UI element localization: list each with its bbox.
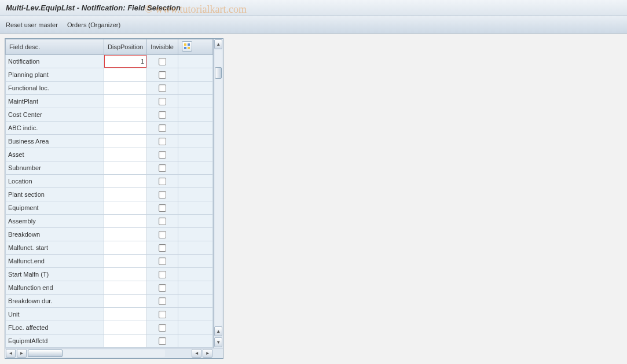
field-desc-cell[interactable]: Breakdown dur. (6, 295, 104, 308)
disp-position-cell[interactable] (104, 175, 147, 188)
disp-position-input[interactable] (104, 108, 146, 121)
invisible-checkbox[interactable] (159, 324, 166, 332)
invisible-cell[interactable] (147, 82, 178, 95)
invisible-checkbox[interactable] (159, 231, 166, 238)
invisible-cell[interactable] (147, 308, 178, 321)
invisible-cell[interactable] (147, 122, 178, 135)
column-header-disp-position[interactable]: DispPosition (104, 39, 147, 55)
horizontal-scrollbar[interactable]: ◄ ► ◄ ► (5, 348, 223, 358)
disp-position-input[interactable] (104, 82, 146, 94)
invisible-cell[interactable] (147, 55, 178, 68)
field-desc-cell[interactable]: Unit (6, 308, 104, 321)
field-desc-cell[interactable]: Subnumber (6, 161, 104, 175)
disp-position-cell[interactable] (104, 148, 147, 161)
disp-position-cell[interactable] (104, 55, 147, 68)
column-header-invisible[interactable]: Invisible (147, 39, 178, 55)
invisible-cell[interactable] (147, 215, 178, 228)
invisible-checkbox[interactable] (159, 151, 166, 159)
invisible-checkbox[interactable] (159, 191, 166, 198)
invisible-checkbox[interactable] (159, 124, 166, 132)
invisible-checkbox[interactable] (159, 311, 166, 318)
disp-position-cell[interactable] (104, 188, 147, 201)
disp-position-cell[interactable] (104, 228, 147, 241)
invisible-checkbox[interactable] (159, 244, 166, 252)
disp-position-input[interactable] (104, 228, 146, 241)
invisible-cell[interactable] (147, 241, 178, 255)
disp-position-cell[interactable] (104, 334, 147, 348)
disp-position-cell[interactable] (104, 308, 147, 321)
field-desc-cell[interactable]: Cost Center (6, 108, 104, 122)
scroll-left-end-icon[interactable]: ◄ (192, 349, 201, 358)
disp-position-cell[interactable] (104, 295, 147, 308)
scroll-down-icon[interactable]: ▼ (214, 337, 222, 347)
invisible-cell[interactable] (147, 188, 178, 201)
disp-position-input[interactable] (104, 295, 146, 307)
invisible-checkbox[interactable] (159, 178, 166, 185)
disp-position-cell[interactable] (104, 281, 147, 295)
disp-position-input[interactable] (104, 201, 146, 214)
horizontal-scroll-thumb[interactable] (28, 350, 63, 357)
disp-position-input[interactable] (104, 148, 146, 161)
invisible-cell[interactable] (147, 255, 178, 268)
invisible-checkbox[interactable] (159, 204, 166, 212)
invisible-checkbox[interactable] (159, 258, 166, 265)
disp-position-input[interactable] (104, 95, 146, 108)
invisible-cell[interactable] (147, 148, 178, 161)
vertical-scroll-track[interactable] (215, 50, 222, 326)
field-desc-cell[interactable]: Malfunct. start (6, 241, 104, 255)
disp-position-input[interactable] (104, 135, 146, 148)
field-desc-cell[interactable]: FLoc. affected (6, 321, 104, 334)
disp-position-cell[interactable] (104, 82, 147, 95)
field-desc-cell[interactable]: MaintPlant (6, 95, 104, 108)
invisible-cell[interactable] (147, 334, 178, 348)
disp-position-input[interactable] (104, 122, 146, 134)
invisible-cell[interactable] (147, 268, 178, 281)
field-desc-cell[interactable]: Assembly (6, 215, 104, 228)
disp-position-input[interactable] (104, 321, 146, 334)
field-desc-cell[interactable]: Breakdown (6, 228, 104, 241)
table-configure-icon[interactable] (182, 41, 192, 52)
invisible-checkbox[interactable] (159, 98, 166, 105)
orders-organizer-button[interactable]: Orders (Organizer) (67, 21, 120, 28)
disp-position-cell[interactable] (104, 68, 147, 82)
disp-position-input[interactable] (104, 268, 146, 281)
disp-position-input[interactable] (104, 281, 146, 294)
field-desc-cell[interactable]: Start Malfn (T) (6, 268, 104, 281)
disp-position-cell[interactable] (104, 161, 147, 175)
invisible-checkbox[interactable] (159, 71, 166, 79)
disp-position-input[interactable] (104, 334, 146, 347)
disp-position-input[interactable] (104, 188, 146, 201)
field-desc-cell[interactable]: EquipmtAffctd (6, 334, 104, 348)
disp-position-cell[interactable] (104, 122, 147, 135)
disp-position-input[interactable] (104, 161, 146, 174)
invisible-checkbox[interactable] (159, 111, 166, 119)
disp-position-input[interactable] (104, 175, 146, 187)
invisible-checkbox[interactable] (159, 337, 166, 345)
invisible-checkbox[interactable] (159, 58, 166, 65)
invisible-checkbox[interactable] (159, 84, 166, 92)
field-desc-cell[interactable]: Location (6, 175, 104, 188)
field-desc-cell[interactable]: Asset (6, 148, 104, 161)
scroll-right-step-icon[interactable]: ► (17, 349, 27, 358)
disp-position-cell[interactable] (104, 201, 147, 215)
invisible-cell[interactable] (147, 95, 178, 108)
field-desc-cell[interactable]: Planning plant (6, 68, 104, 82)
invisible-checkbox[interactable] (159, 297, 166, 305)
disp-position-cell[interactable] (104, 95, 147, 108)
invisible-cell[interactable] (147, 295, 178, 308)
invisible-checkbox[interactable] (159, 284, 166, 292)
invisible-checkbox[interactable] (159, 164, 166, 172)
field-desc-cell[interactable]: Equipment (6, 201, 104, 215)
disp-position-input[interactable] (104, 241, 146, 254)
horizontal-scroll-track[interactable] (28, 350, 165, 357)
field-desc-cell[interactable]: Malfunction end (6, 281, 104, 295)
disp-position-cell[interactable] (104, 241, 147, 255)
scroll-up-icon[interactable]: ▲ (214, 39, 222, 49)
disp-position-input[interactable] (104, 68, 146, 81)
reset-user-master-button[interactable]: Reset user master (6, 21, 58, 28)
field-desc-cell[interactable]: Malfunct.end (6, 255, 104, 268)
field-desc-cell[interactable]: Notification (6, 55, 104, 68)
field-desc-cell[interactable]: Plant section (6, 188, 104, 201)
invisible-cell[interactable] (147, 135, 178, 148)
disp-position-input[interactable] (104, 215, 146, 227)
